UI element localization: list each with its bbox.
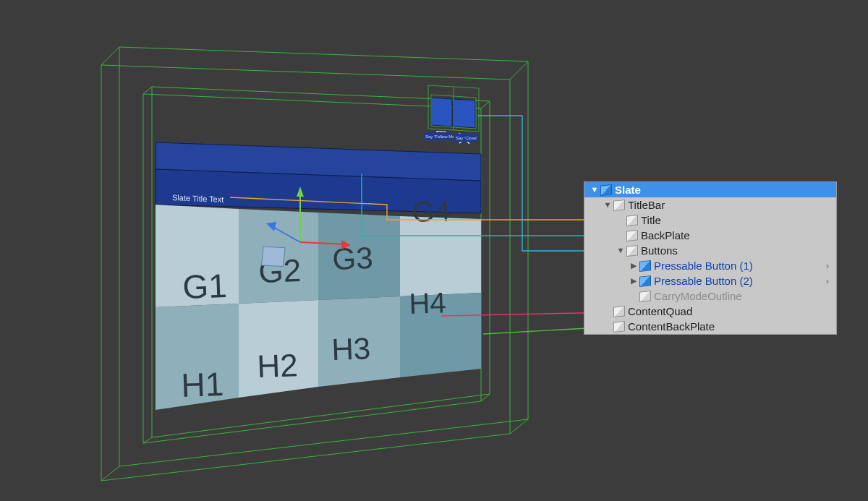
svg-marker-16 bbox=[454, 99, 475, 128]
hierarchy-label: Title bbox=[641, 213, 661, 228]
svg-rect-36 bbox=[261, 247, 285, 266]
expander-down-icon[interactable]: ▼ bbox=[590, 182, 599, 197]
hierarchy-row-pressable-button-2-[interactable]: ▶Pressable Button (2)› bbox=[584, 273, 836, 288]
hierarchy-label: ContentBackPlate bbox=[628, 319, 715, 334]
svg-text:H4: H4 bbox=[409, 286, 447, 320]
follow-me-button[interactable] bbox=[431, 98, 452, 138]
svg-line-3 bbox=[510, 61, 528, 80]
gameobject-cube-icon bbox=[626, 229, 638, 241]
svg-text:G4: G4 bbox=[412, 194, 451, 228]
svg-line-2 bbox=[101, 47, 119, 65]
hierarchy-label: Pressable Button (2) bbox=[654, 273, 753, 288]
svg-text:H2: H2 bbox=[257, 347, 299, 384]
gameobject-cube-icon bbox=[639, 290, 651, 301]
svg-text:H1: H1 bbox=[181, 365, 225, 404]
hierarchy-row-title[interactable]: Title bbox=[584, 213, 836, 228]
expander-down-icon[interactable]: ▼ bbox=[616, 243, 625, 258]
hierarchy-row-carrymodeoutline[interactable]: CarryModeOutline bbox=[584, 288, 836, 304]
hierarchy-row-buttons[interactable]: ▼Buttons bbox=[584, 243, 836, 258]
hierarchy-label: CarryModeOutline bbox=[654, 288, 742, 304]
svg-text:H3: H3 bbox=[331, 331, 371, 367]
hierarchy-row-backplate[interactable]: BackPlate bbox=[584, 228, 836, 243]
gameobject-cube-icon bbox=[613, 199, 625, 210]
close-hint: Say 'Close' bbox=[456, 136, 477, 140]
hierarchy-row-slate[interactable]: ▼Slate bbox=[584, 182, 836, 197]
svg-text:G3: G3 bbox=[332, 241, 374, 276]
svg-line-9 bbox=[481, 101, 490, 108]
hierarchy-row-pressable-button-1-[interactable]: ▶Pressable Button (1)› bbox=[584, 258, 836, 273]
expander-down-icon[interactable]: ▼ bbox=[603, 197, 612, 213]
expander-right-icon[interactable]: ▶ bbox=[629, 273, 638, 288]
hierarchy-row-titlebar[interactable]: ▼TitleBar bbox=[584, 197, 836, 213]
hierarchy-label: Slate bbox=[615, 182, 641, 197]
hierarchy-label: Buttons bbox=[641, 243, 678, 258]
svg-line-5 bbox=[101, 466, 119, 481]
follow-me-hint: Say 'Follow Me' bbox=[425, 134, 456, 139]
hierarchy-row-contentquad[interactable]: ContentQuad bbox=[584, 304, 836, 319]
gameobject-cube-icon bbox=[600, 184, 612, 195]
expander-right-icon[interactable]: ▶ bbox=[629, 258, 638, 273]
svg-marker-14 bbox=[431, 98, 452, 127]
hierarchy-label: Pressable Button (1) bbox=[654, 258, 753, 273]
hierarchy-label: TitleBar bbox=[628, 197, 665, 213]
gameobject-cube-icon bbox=[613, 305, 625, 317]
overflow-chevron-icon[interactable]: › bbox=[823, 273, 832, 288]
cell-g4 bbox=[400, 216, 481, 296]
gameobject-cube-icon bbox=[626, 244, 638, 256]
hierarchy-label: BackPlate bbox=[641, 228, 690, 243]
gameobject-cube-icon bbox=[626, 214, 638, 226]
content-quad: G1 G2 G3 G4 H1 H2 H3 H4 bbox=[156, 194, 481, 410]
gameobject-cube-icon bbox=[639, 275, 651, 286]
gameobject-cube-icon bbox=[613, 320, 625, 332]
hierarchy-label: ContentQuad bbox=[628, 304, 692, 319]
gameobject-cube-icon bbox=[639, 260, 651, 271]
hierarchy-panel: ▼Slate▼TitleBarTitleBackPlate▼Buttons▶Pr… bbox=[584, 181, 837, 335]
svg-line-4 bbox=[510, 419, 528, 434]
slate-buttons-group: Say 'Follow Me' Say 'Close' bbox=[423, 85, 479, 144]
svg-line-8 bbox=[143, 87, 152, 94]
hierarchy-row-contentbackplate[interactable]: ContentBackPlate bbox=[584, 319, 836, 334]
overflow-chevron-icon[interactable]: › bbox=[823, 258, 832, 273]
svg-text:G1: G1 bbox=[182, 267, 228, 306]
